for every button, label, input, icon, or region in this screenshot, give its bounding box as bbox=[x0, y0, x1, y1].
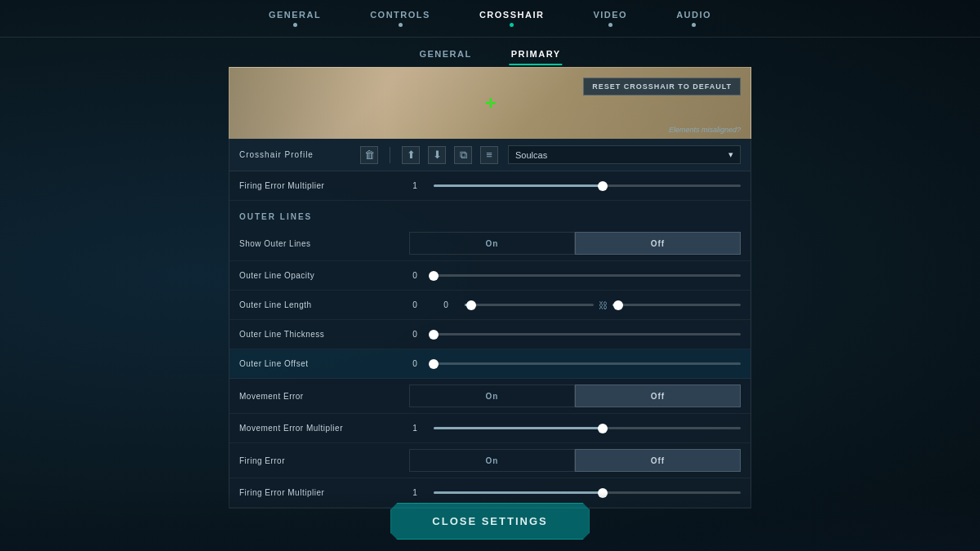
outer-line-opacity-slider[interactable] bbox=[434, 274, 741, 277]
movement-error-row: Movement Error On Off bbox=[229, 379, 751, 414]
outer-line-length-values: 0 0 bbox=[403, 300, 458, 309]
delete-profile-button[interactable]: 🗑 bbox=[360, 146, 378, 164]
share-profile-button[interactable]: ⬆ bbox=[402, 146, 420, 164]
nav-dot-general bbox=[293, 23, 297, 27]
outer-line-offset-slider[interactable] bbox=[434, 362, 741, 365]
movement-error-toggle: On Off bbox=[409, 384, 741, 407]
crosshair-preview: ✛ RESET CROSSHAIR TO DEFAULT Elements mi… bbox=[229, 67, 751, 139]
nav-item-video[interactable]: VIDEO bbox=[568, 7, 652, 30]
outer-line-thickness-slider[interactable] bbox=[434, 333, 741, 335]
download-profile-button[interactable]: ⬇ bbox=[428, 146, 446, 164]
slider-thumb[interactable] bbox=[466, 300, 476, 310]
outer-line-length-row: Outer Line Length 0 0 ⛓ bbox=[229, 291, 751, 320]
nav-dot-audio bbox=[692, 23, 696, 27]
slider-track bbox=[465, 304, 594, 306]
slider-track bbox=[434, 427, 741, 429]
divider bbox=[390, 147, 390, 163]
nav-item-crosshair[interactable]: CROSSHAIR bbox=[455, 7, 569, 30]
slider-thumb[interactable] bbox=[598, 424, 608, 433]
movement-error-multiplier-slider[interactable] bbox=[434, 427, 741, 429]
crosshair-indicator: ✛ bbox=[485, 97, 496, 110]
slider-track bbox=[434, 184, 741, 187]
copy-profile-button[interactable]: ⧉ bbox=[454, 146, 472, 164]
elements-misaligned-label: Elements misaligned? bbox=[669, 126, 741, 134]
firing-error-toggle: On Off bbox=[409, 449, 741, 472]
slider-track bbox=[434, 362, 741, 365]
nav-item-controls[interactable]: CONTROLS bbox=[345, 7, 455, 30]
link-icon: ⛓ bbox=[599, 300, 608, 310]
profile-row: Crosshair Profile 🗑 ⬆ ⬇ ⧉ ≡ Soulcas ▾ bbox=[229, 139, 751, 171]
movement-error-multiplier-row: Movement Error Multiplier 1 bbox=[229, 414, 751, 443]
dropdown-chevron-icon: ▾ bbox=[728, 149, 733, 160]
firing-error-row: Firing Error On Off bbox=[229, 443, 751, 478]
top-nav: GENERAL CONTROLS CROSSHAIR VIDEO AUDIO bbox=[0, 0, 980, 38]
outer-line-length-slider[interactable]: ⛓ bbox=[465, 300, 741, 310]
firing-error-on-button[interactable]: On bbox=[409, 449, 575, 472]
nav-dot-controls bbox=[399, 23, 403, 27]
nav-item-audio[interactable]: AUDIO bbox=[652, 7, 736, 30]
firing-error-multiplier-top-slider[interactable] bbox=[434, 184, 741, 187]
movement-error-on-button[interactable]: On bbox=[409, 384, 575, 407]
slider-thumb[interactable] bbox=[598, 181, 608, 191]
outer-line-offset-row: Outer Line Offset 0 bbox=[229, 349, 751, 379]
show-outer-lines-row: Show Outer Lines On Off bbox=[229, 226, 751, 261]
profile-label: Crosshair Profile bbox=[239, 150, 354, 159]
slider-fill bbox=[434, 184, 603, 187]
slider-track bbox=[434, 274, 741, 277]
settings-panel: Crosshair Profile 🗑 ⬆ ⬇ ⧉ ≡ Soulcas ▾ Fi… bbox=[229, 139, 751, 509]
firing-error-multiplier-top-row: Firing Error Multiplier 1 bbox=[229, 171, 751, 201]
show-outer-lines-off-button[interactable]: Off bbox=[575, 232, 741, 255]
slider-thumb[interactable] bbox=[429, 271, 439, 281]
outer-line-thickness-row: Outer Line Thickness 0 bbox=[229, 320, 751, 349]
edit-profile-button[interactable]: ≡ bbox=[480, 146, 498, 164]
slider-thumb-2[interactable] bbox=[613, 300, 623, 310]
sub-nav: GENERAL PRIMARY bbox=[399, 38, 580, 67]
main-content: ✛ RESET CROSSHAIR TO DEFAULT Elements mi… bbox=[229, 67, 751, 551]
nav-item-general[interactable]: GENERAL bbox=[244, 7, 345, 30]
movement-error-off-button[interactable]: Off bbox=[575, 384, 741, 407]
page-wrapper: GENERAL CONTROLS CROSSHAIR VIDEO AUDIO G… bbox=[0, 0, 980, 551]
slider-fill bbox=[434, 427, 603, 429]
slider-thumb[interactable] bbox=[429, 359, 439, 369]
nav-dot-video bbox=[608, 23, 612, 27]
subnav-primary[interactable]: PRIMARY bbox=[492, 46, 581, 62]
slider-thumb[interactable] bbox=[429, 330, 439, 340]
outer-line-opacity-row: Outer Line Opacity 0 bbox=[229, 261, 751, 291]
close-settings-button[interactable]: CLOSE SETTINGS bbox=[390, 503, 589, 540]
reset-crosshair-button[interactable]: RESET CROSSHAIR TO DEFAULT bbox=[583, 78, 741, 96]
subnav-general[interactable]: GENERAL bbox=[399, 46, 491, 62]
outer-lines-header: OUTER LINES bbox=[229, 201, 751, 226]
slider-track-2 bbox=[612, 304, 742, 306]
profile-dropdown[interactable]: Soulcas ▾ bbox=[508, 145, 741, 164]
slider-track bbox=[434, 333, 741, 335]
show-outer-lines-on-button[interactable]: On bbox=[409, 232, 575, 255]
nav-dot-crosshair bbox=[510, 23, 514, 27]
firing-error-off-button[interactable]: Off bbox=[575, 449, 741, 472]
profile-icons: 🗑 ⬆ ⬇ ⧉ ≡ bbox=[360, 146, 498, 164]
close-btn-wrapper: CLOSE SETTINGS bbox=[0, 491, 980, 551]
show-outer-lines-toggle: On Off bbox=[409, 232, 741, 255]
